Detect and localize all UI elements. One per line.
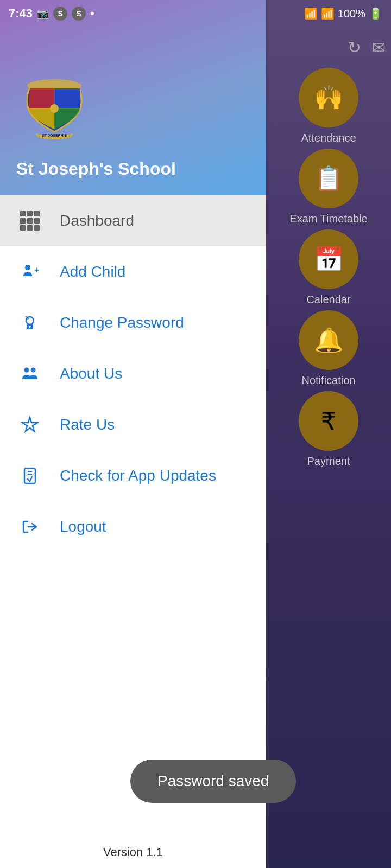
sidebar-item-rate-us[interactable]: Rate Us <box>0 399 266 450</box>
svg-text:+: + <box>34 265 39 275</box>
exam-timetable-icon-item[interactable]: 📋 Exam Timetable <box>285 149 372 225</box>
notification-icon-item[interactable]: 🔔 Notification <box>285 310 372 387</box>
payment-icon-item[interactable]: ₹ Payment <box>285 391 372 468</box>
svg-point-5 <box>25 265 30 270</box>
skype-icon-1: S <box>53 7 67 21</box>
school-name: St Joseph's School <box>16 159 176 179</box>
logout-label: Logout <box>60 518 106 535</box>
status-bar: 7:43 📷 S S • 📶 📶 100% 🔋 <box>0 0 391 27</box>
sidebar-item-logout[interactable]: Logout <box>0 501 266 552</box>
attendance-icon-item[interactable]: 🙌 Attendance <box>285 68 372 144</box>
change-password-label: Change Password <box>60 314 184 331</box>
sidebar-item-add-child[interactable]: + Add Child <box>0 246 266 297</box>
svg-point-3 <box>50 104 59 113</box>
sidebar-item-about-us[interactable]: About Us <box>0 348 266 399</box>
payment-icon-circle: ₹ <box>299 391 358 451</box>
change-password-icon: ↻ <box>16 309 43 336</box>
calendar-icon-item[interactable]: 📅 Calendar <box>285 229 372 306</box>
attendance-label: Attendance <box>301 132 356 144</box>
right-icons-area: ↻ ✉ 🙌 Attendance 📋 Exam Timetable 📅 Cale… <box>266 33 391 472</box>
refresh-icon[interactable]: ↻ <box>348 38 361 57</box>
dot-indicator: • <box>90 7 94 21</box>
calendar-icon-circle: 📅 <box>299 229 358 289</box>
navigation-drawer: ST JOSEPH'S St Joseph's School Dashboard <box>0 0 266 868</box>
school-logo: ST JOSEPH'S <box>16 67 92 143</box>
wifi-icon: 📶 <box>304 7 318 20</box>
toast-message: Password saved <box>157 773 269 789</box>
sidebar-item-dashboard[interactable]: Dashboard <box>0 195 266 246</box>
svg-text:↻: ↻ <box>25 315 29 321</box>
version-text: Version 1.1 <box>0 837 266 868</box>
status-bar-left: 7:43 📷 S S • <box>9 7 94 21</box>
dashboard-label: Dashboard <box>60 212 134 229</box>
battery-percent: 100% <box>338 8 365 20</box>
skype-icon-2: S <box>72 7 86 21</box>
payment-label: Payment <box>307 455 350 468</box>
svg-marker-13 <box>22 417 37 431</box>
svg-point-11 <box>24 368 29 373</box>
check-updates-label: Check for App Updates <box>60 467 216 484</box>
svg-point-12 <box>31 368 36 373</box>
signal-icon: 📶 <box>321 7 335 20</box>
status-bar-right: 📶 📶 100% 🔋 <box>304 7 382 20</box>
dashboard-icon <box>16 207 43 234</box>
rate-us-label: Rate Us <box>60 416 115 433</box>
rate-us-icon <box>16 411 43 438</box>
about-us-icon <box>16 360 43 387</box>
add-child-label: Add Child <box>60 263 125 280</box>
right-top-actions: ↻ ✉ <box>266 38 391 57</box>
exam-timetable-icon-circle: 📋 <box>299 149 358 208</box>
password-saved-toast: Password saved <box>130 760 296 803</box>
notification-icon-circle: 🔔 <box>299 310 358 370</box>
logout-icon <box>16 513 43 540</box>
calendar-label: Calendar <box>306 293 350 306</box>
sidebar-item-change-password[interactable]: ↻ Change Password <box>0 297 266 348</box>
drawer-header: ST JOSEPH'S St Joseph's School <box>0 0 266 195</box>
exam-timetable-label: Exam Timetable <box>289 213 367 225</box>
add-child-icon: + <box>16 258 43 285</box>
svg-text:ST JOSEPH'S: ST JOSEPH'S <box>42 133 67 137</box>
time-display: 7:43 <box>9 7 33 21</box>
battery-icon: 🔋 <box>369 7 382 20</box>
sidebar-item-check-updates[interactable]: Check for App Updates <box>0 450 266 501</box>
mail-icon[interactable]: ✉ <box>372 38 386 57</box>
svg-point-9 <box>29 326 31 328</box>
attendance-icon-circle: 🙌 <box>299 68 358 127</box>
check-updates-icon <box>16 462 43 489</box>
about-us-label: About Us <box>60 365 122 382</box>
notification-label: Notification <box>302 374 356 387</box>
camera-status-icon: 📷 <box>37 8 49 20</box>
